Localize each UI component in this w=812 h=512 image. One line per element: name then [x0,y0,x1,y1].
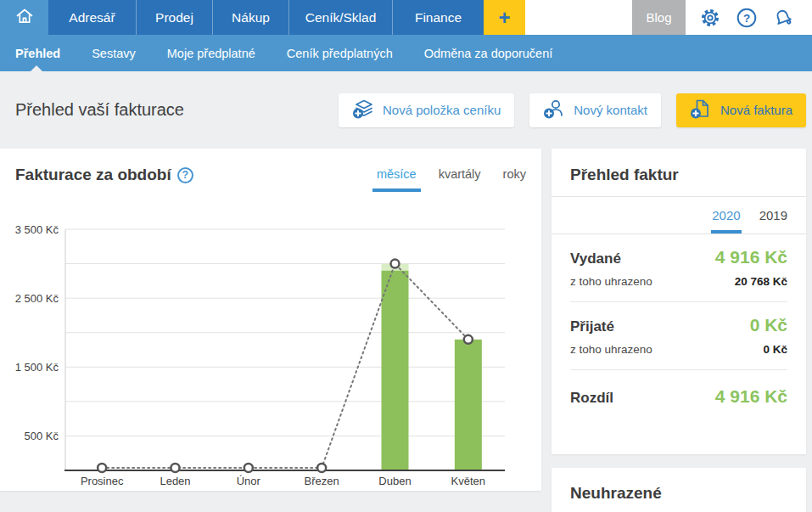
chart-header: Fakturace za období ? měsíce kvartály ro… [0,149,541,217]
svg-text:?: ? [743,12,750,25]
row-label: Přijaté [570,318,614,335]
overview-rows: Vydané 4 916 Kč z toho uhrazeno 20 768 K… [552,247,806,407]
svg-text:Duben: Duben [378,475,411,487]
subnav-item-sestavy[interactable]: Sestavy [92,35,152,71]
nav-item-cenik-sklad[interactable]: Ceník/Sklad [288,0,392,35]
page-header: Přehled vaší fakturace Nová položka cení… [0,71,812,149]
divider [552,233,806,234]
tab-year-2020[interactable]: 2020 [712,208,740,233]
overview-row-vydane: Vydané 4 916 Kč z toho uhrazeno 20 768 K… [570,247,787,288]
nav-item-adresar[interactable]: Adresář [48,0,136,35]
dashboard-page: Adresář Prodej Nákup Ceník/Sklad Finance… [0,0,812,512]
bell-icon[interactable] [772,7,794,29]
invoicing-chart-card: Fakturace za období ? měsíce kvartály ro… [0,149,541,491]
row-label: Rozdíl [570,390,613,407]
row-label: Vydané [570,250,621,267]
gear-icon[interactable] [699,7,721,29]
svg-text:1 500 Kč: 1 500 Kč [15,361,59,374]
invoice-overview-title: Přehled faktur [552,149,806,196]
topbar-icons: ? [686,0,812,35]
new-invoice-label: Nová faktura [720,103,792,117]
secondary-navigation: Přehled Sestavy Moje předplatné Ceník př… [0,35,812,71]
row-value: 4 916 Kč [715,386,787,407]
svg-text:Leden: Leden [160,475,190,487]
new-invoice-button[interactable]: Nová faktura [676,93,806,127]
chart-title-text: Fakturace za období [15,166,171,184]
main-menu: Adresář Prodej Nákup Ceník/Sklad Finance [48,0,484,35]
unpaid-title: Neuhrazené [552,468,806,503]
tab-mesice[interactable]: měsíce [377,167,417,192]
invoice-plus-icon [690,98,713,122]
tab-roky[interactable]: roky [503,167,526,192]
invoice-overview-card: Přehled faktur 2020 2019 Vydané 4 916 Kč… [552,149,806,454]
top-navigation: Adresář Prodej Nákup Ceník/Sklad Finance… [0,0,812,35]
subnav-item-prehled[interactable]: Přehled [15,35,76,71]
subnav-item-cenik-predplatnych[interactable]: Ceník předplatných [287,35,409,71]
contact-plus-icon [543,98,566,122]
invoice-chart-svg: 3 500 Kč2 500 Kč1 500 Kč500 KčProsinecLe… [0,217,541,491]
svg-text:500 Kč: 500 Kč [25,430,59,442]
page-title: Přehled vaší fakturace [15,100,184,120]
chart-help-icon[interactable]: ? [177,167,193,183]
unpaid-card: Neuhrazené [552,468,806,512]
help-circle-icon[interactable]: ? [736,7,758,29]
blog-button[interactable]: Blog [632,0,686,35]
svg-text:Prosinec: Prosinec [81,475,124,487]
row-sub-value: 20 768 Kč [735,275,787,288]
tab-kvartaly[interactable]: kvartály [439,167,481,192]
row-sub-label: z toho uhrazeno [570,275,652,288]
period-tabs: měsíce kvartály roky [377,167,526,192]
nav-item-prodej[interactable]: Prodej [136,0,212,35]
subnav-item-odmena[interactable]: Odměna za doporučení [424,35,569,71]
pricelist-plus-icon [352,98,375,122]
svg-text:3 500 Kč: 3 500 Kč [15,223,59,236]
chart-title: Fakturace za období ? [15,166,193,184]
row-value: 4 916 Kč [715,247,787,267]
right-column: Přehled faktur 2020 2019 Vydané 4 916 Kč… [552,149,806,512]
header-actions: Nová položka ceníku Nový kontakt [339,93,806,127]
svg-text:Březen: Březen [305,475,339,487]
svg-text:2 500 Kč: 2 500 Kč [15,292,59,305]
row-sub-value: 0 Kč [763,343,787,356]
home-tab[interactable] [0,0,48,35]
topbar-spacer [525,0,632,35]
new-contact-button[interactable]: Nový kontakt [529,93,661,127]
overview-row-prijate: Přijaté 0 Kč z toho uhrazeno 0 Kč [570,315,787,356]
svg-text:Únor: Únor [237,475,261,487]
row-value: 0 Kč [750,315,787,335]
svg-text:Květen: Květen [451,475,485,487]
year-tabs: 2020 2019 [552,197,806,233]
quick-add-button[interactable]: + [484,0,525,35]
subnav-item-moje-predplatne[interactable]: Moje předplatné [167,35,272,71]
nav-item-finance[interactable]: Finance [392,0,484,35]
new-pricelist-item-button[interactable]: Nová položka ceníku [339,93,514,127]
divider [570,301,787,302]
row-sub-label: z toho uhrazeno [570,343,652,356]
overview-row-rozdil: Rozdíl 4 916 Kč [570,386,787,407]
divider [570,369,787,370]
home-icon [14,6,35,30]
nav-item-nakup[interactable]: Nákup [212,0,288,35]
new-contact-label: Nový kontakt [574,103,647,117]
new-pricelist-item-label: Nová položka ceníku [383,103,501,117]
tab-year-2019[interactable]: 2019 [759,208,787,233]
